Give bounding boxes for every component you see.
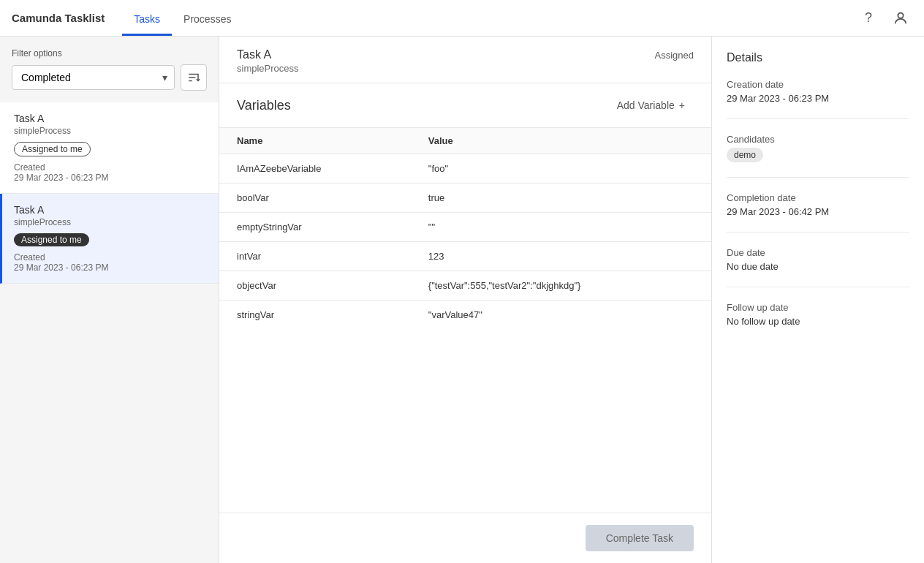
filter-select[interactable]: Completed All Assigned to me xyxy=(12,65,175,90)
variable-value: "" xyxy=(411,213,711,242)
col-name-header: Name xyxy=(219,128,411,154)
variables-header: Variables Add Variable + xyxy=(219,83,711,128)
filter-options-label: Filter options xyxy=(12,48,207,58)
task-footer: Complete Task xyxy=(219,513,711,563)
task-badge-outlined: Assigned to me xyxy=(14,142,91,156)
nav-icons: ? xyxy=(857,7,912,30)
center-content: Task A Assigned simpleProcess Variables … xyxy=(219,37,712,563)
brand-prefix: Camunda xyxy=(12,12,61,24)
task-created-label: Created xyxy=(14,252,207,262)
add-variable-label: Add Variable xyxy=(617,99,675,111)
right-panel: Details Creation date 29 Mar 2023 - 06:2… xyxy=(712,37,924,563)
help-button[interactable]: ? xyxy=(857,7,880,30)
due-date-label: Due date xyxy=(727,247,909,258)
add-variable-button[interactable]: Add Variable + xyxy=(608,95,694,116)
task-card-selected[interactable]: Task A simpleProcess Assigned to me Crea… xyxy=(0,194,219,284)
task-list: Task A simpleProcess Assigned to me Crea… xyxy=(0,102,219,563)
variables-section: Variables Add Variable + Name Value IAmA… xyxy=(219,83,711,513)
variable-value: true xyxy=(411,184,711,213)
creation-date-value: 29 Mar 2023 - 06:23 PM xyxy=(727,93,909,104)
top-navigation: Camunda Tasklist Tasks Processes ? xyxy=(0,0,924,37)
variable-name: objectVar xyxy=(219,271,411,301)
table-row[interactable]: objectVar {"testVar":555,"testVar2":"dkj… xyxy=(219,271,711,301)
tab-processes[interactable]: Processes xyxy=(172,0,243,36)
task-card[interactable]: Task A simpleProcess Assigned to me Crea… xyxy=(0,102,219,194)
table-row[interactable]: boolVar true xyxy=(219,184,711,213)
task-process: simpleProcess xyxy=(237,63,694,74)
task-created-value: 29 Mar 2023 - 06:23 PM xyxy=(14,173,207,183)
follow-up-date-value: No follow up date xyxy=(727,316,909,327)
variable-name: emptyStringVar xyxy=(219,213,411,242)
task-header-top: Task A Assigned xyxy=(237,48,694,61)
creation-date-label: Creation date xyxy=(727,79,909,90)
table-row[interactable]: stringVar "varValue47" xyxy=(219,301,711,330)
variable-name: stringVar xyxy=(219,301,411,330)
complete-task-button[interactable]: Complete Task xyxy=(586,525,694,551)
task-card-process: simpleProcess xyxy=(14,126,207,136)
variable-value: {"testVar":555,"testVar2":"dkjghkdg"} xyxy=(411,271,711,301)
variables-title: Variables xyxy=(237,98,291,113)
task-status: Assigned xyxy=(655,50,694,61)
candidates-label: Candidates xyxy=(727,134,909,145)
filter-row: Completed All Assigned to me xyxy=(12,64,207,91)
due-date-section: Due date No due date xyxy=(727,247,909,287)
variable-value: 123 xyxy=(411,242,711,271)
task-created-value: 29 Mar 2023 - 06:23 PM xyxy=(14,262,207,273)
completion-date-section: Completion date 29 Mar 2023 - 06:42 PM xyxy=(727,192,909,233)
variable-name: boolVar xyxy=(219,184,411,213)
variable-name: intVar xyxy=(219,242,411,271)
table-row[interactable]: IAmAZeebeVariable "foo" xyxy=(219,154,711,184)
brand-bold: Tasklist xyxy=(65,12,105,24)
sidebar: Filter options Completed All Assigned to… xyxy=(0,37,219,563)
follow-up-date-section: Follow up date No follow up date xyxy=(727,302,909,341)
svg-point-0 xyxy=(898,12,903,18)
filter-select-wrap: Completed All Assigned to me xyxy=(12,65,175,90)
sort-button[interactable] xyxy=(181,64,207,91)
completion-date-label: Completion date xyxy=(727,192,909,203)
task-card-process: simpleProcess xyxy=(14,217,207,227)
task-header: Task A Assigned simpleProcess xyxy=(219,37,711,83)
candidates-section: Candidates demo xyxy=(727,134,909,178)
col-value-header: Value xyxy=(411,128,711,154)
task-title: Task A xyxy=(237,48,271,61)
creation-date-section: Creation date 29 Mar 2023 - 06:23 PM xyxy=(727,79,909,119)
task-badge-filled: Assigned to me xyxy=(14,233,89,246)
tab-tasks[interactable]: Tasks xyxy=(122,0,172,36)
due-date-value: No due date xyxy=(727,261,909,272)
completion-date-value: 29 Mar 2023 - 06:42 PM xyxy=(727,206,909,217)
nav-tabs: Tasks Processes xyxy=(122,0,243,36)
main-layout: Filter options Completed All Assigned to… xyxy=(0,37,924,563)
variable-name: IAmAZeebeVariable xyxy=(219,154,411,184)
table-row[interactable]: intVar 123 xyxy=(219,242,711,271)
details-title: Details xyxy=(727,51,909,64)
table-row[interactable]: emptyStringVar "" xyxy=(219,213,711,242)
add-variable-icon: + xyxy=(679,99,685,111)
follow-up-date-label: Follow up date xyxy=(727,302,909,313)
task-created-label: Created xyxy=(14,162,207,173)
task-card-name: Task A xyxy=(14,204,207,216)
variables-table: Name Value IAmAZeebeVariable "foo" boolV… xyxy=(219,128,711,329)
variable-value: "foo" xyxy=(411,154,711,184)
variable-value: "varValue47" xyxy=(411,301,711,330)
user-profile-button[interactable] xyxy=(889,7,912,30)
candidate-badge: demo xyxy=(727,148,763,162)
filter-options: Filter options Completed All Assigned to… xyxy=(0,37,219,102)
brand-logo: Camunda Tasklist xyxy=(12,12,105,24)
task-card-name: Task A xyxy=(14,113,207,124)
